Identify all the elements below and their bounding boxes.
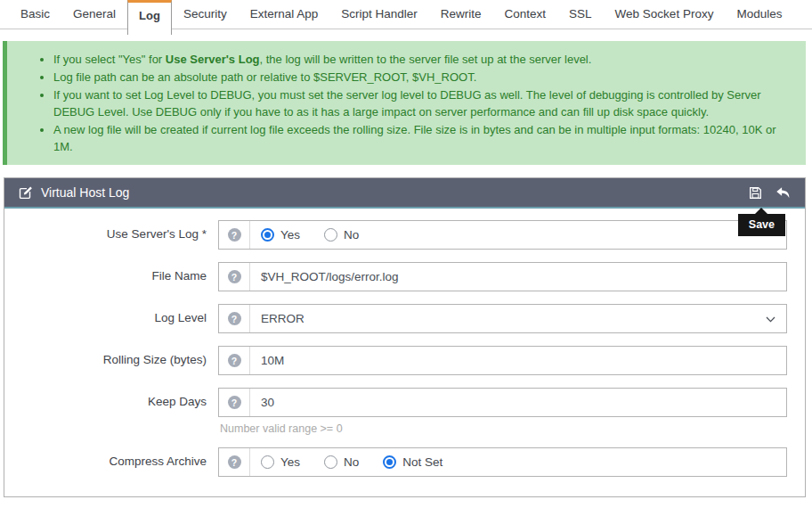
undo-button[interactable] [775, 186, 791, 200]
compress-archive-group: ? Yes No Not Set [218, 447, 787, 477]
compress-archive-radio-no[interactable]: No [324, 455, 359, 469]
question-circle-icon: ? [228, 396, 241, 409]
radio-icon [324, 455, 337, 469]
radio-icon [261, 228, 274, 242]
tab-general[interactable]: General [61, 0, 127, 29]
panel-header: Virtual Host Log Save [4, 178, 805, 209]
field-label: Rolling Size (bytes) [4, 346, 218, 366]
field-label: File Name [4, 262, 218, 283]
field-label: Log Level [4, 304, 218, 324]
tab-basic[interactable]: Basic [9, 0, 61, 29]
form-row-use-servers-log: Use Server's Log * ? Yes No [4, 220, 805, 250]
form-row-rolling-size: Rolling Size (bytes) ? [4, 346, 805, 375]
info-bullet: Log file path can be an absolute path or… [53, 69, 790, 86]
form-row-log-level: Log Level ? ERROR [4, 304, 805, 333]
help-button[interactable]: ? [219, 448, 250, 476]
log-level-select[interactable]: ERROR [261, 306, 775, 332]
use-servers-log-group: ? Yes No [218, 220, 787, 250]
floppy-disk-icon [749, 186, 762, 200]
form-row-keep-days: Keep Days ? Number valid range >= 0 [4, 388, 805, 435]
radio-icon [324, 228, 337, 242]
form-row-file-name: File Name ? [4, 262, 805, 291]
log-level-group: ? ERROR [218, 304, 787, 333]
help-button[interactable]: ? [219, 221, 250, 249]
file-name-input[interactable] [261, 264, 775, 290]
tab-web-socket-proxy[interactable]: Web Socket Proxy [604, 0, 726, 29]
compress-archive-radio-not-set[interactable]: Not Set [383, 455, 443, 469]
radio-icon [383, 455, 396, 469]
save-tooltip: Save [738, 214, 785, 236]
rolling-size-group: ? [218, 346, 787, 375]
tab-security[interactable]: Security [172, 0, 239, 29]
form-row-compress-archive: Compress Archive ? Yes No [4, 447, 805, 477]
question-circle-icon: ? [228, 312, 241, 325]
undo-arrow-icon [775, 186, 791, 200]
question-circle-icon: ? [228, 228, 241, 242]
save-button[interactable] [749, 186, 762, 200]
help-button[interactable]: ? [219, 305, 250, 332]
use-servers-log-radio-no[interactable]: No [324, 228, 359, 242]
tab-rewrite[interactable]: Rewrite [429, 0, 493, 29]
virtual-host-log-panel: Virtual Host Log Save Use Server's Log * [4, 177, 806, 497]
keep-days-group: ? [218, 388, 787, 417]
info-bullet: If you want to set Log Level to DEBUG, y… [53, 86, 790, 120]
vhost-log-form: Use Server's Log * ? Yes No [4, 209, 805, 496]
question-circle-icon: ? [228, 354, 241, 367]
keep-days-hint: Number valid range >= 0 [218, 422, 787, 435]
log-help-infobox: If you select "Yes" for Use Server's Log… [3, 41, 806, 165]
radio-icon [261, 455, 274, 469]
vhost-tab-bar: Basic General Log Security External App … [0, 0, 812, 29]
help-button[interactable]: ? [219, 389, 250, 416]
field-label: Keep Days [4, 388, 218, 408]
tab-modules[interactable]: Modules [725, 0, 793, 29]
tab-context[interactable]: Context [493, 0, 558, 29]
field-label: Use Server's Log * [4, 220, 218, 241]
keep-days-input[interactable] [261, 389, 775, 415]
panel-title: Virtual Host Log [41, 185, 129, 200]
compress-archive-radio-yes[interactable]: Yes [261, 455, 300, 469]
tab-script-handler[interactable]: Script Handler [329, 0, 429, 29]
help-button[interactable]: ? [219, 347, 250, 374]
edit-icon [19, 185, 33, 200]
tab-log[interactable]: Log [127, 0, 172, 35]
info-bullet: If you select "Yes" for Use Server's Log… [53, 51, 790, 68]
tab-ssl[interactable]: SSL [557, 0, 604, 29]
help-button[interactable]: ? [219, 263, 250, 291]
file-name-group: ? [218, 262, 787, 291]
info-bullet: A new log file will be created if curren… [53, 121, 790, 155]
field-label: Compress Archive [4, 447, 218, 468]
question-circle-icon: ? [228, 270, 241, 283]
use-servers-log-radio-yes[interactable]: Yes [261, 228, 300, 242]
tab-external-app[interactable]: External App [239, 0, 330, 29]
rolling-size-input[interactable] [261, 348, 775, 373]
question-circle-icon: ? [228, 455, 241, 469]
